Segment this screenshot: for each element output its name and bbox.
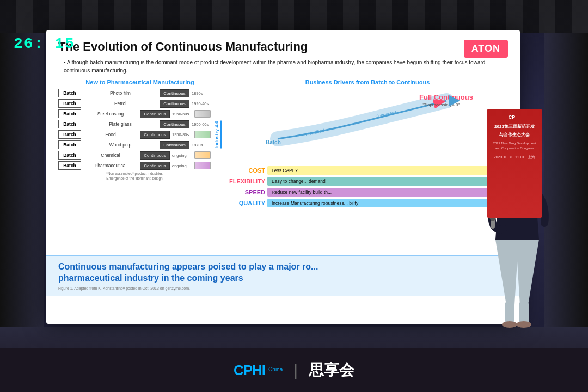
cphi-text: CPHI — [234, 362, 265, 379]
thumbnail-image — [194, 162, 211, 169]
continuous-label: Continuous — [160, 141, 189, 149]
product-name: Steel casting — [83, 111, 138, 117]
bottom-branding-bar: CPHI China | 思享会 — [0, 348, 588, 392]
product-name: Food — [83, 132, 138, 137]
industry-vertical-label: Industry 4.0 — [214, 121, 222, 149]
conference-date: 2023.10.31~11.01 | 上海 — [490, 154, 539, 160]
conf-year-text: 2023第三届新药开发 — [494, 124, 535, 129]
year-label: ongoing — [172, 153, 191, 158]
year-label: 1890s — [192, 91, 211, 96]
product-name: Photo film — [83, 90, 157, 96]
table-row: Batch Wood pulp Continuous 1970s — [58, 140, 211, 149]
batch-label: Batch — [58, 89, 81, 97]
cphi-logo: CPHI China — [234, 362, 283, 379]
slide-columns: New to Pharmaceutical Manufacturing Batc… — [58, 79, 508, 275]
conf-logo-text: CP__ — [509, 114, 521, 120]
batch-label: Batch — [58, 99, 81, 108]
slide-bullet: • Although batch manufacturing is the do… — [64, 58, 488, 75]
brand-divider: | — [293, 361, 298, 379]
left-section-title: New to Pharmaceutical Manufacturing — [58, 79, 222, 85]
table-row: Batch Petrol Continuous 1920-40s — [58, 99, 211, 108]
metric-label-speed: SPEED — [227, 189, 265, 195]
year-label: 1950-60s — [172, 112, 191, 117]
metric-bar-speed: Reduce new facility build th... — [267, 188, 508, 197]
table-footnote-1: *Non-assembled* product industries — [58, 171, 211, 175]
thumbnail-image — [194, 131, 211, 138]
svg-point-14 — [502, 321, 517, 328]
ceiling-decoration — [0, 0, 588, 33]
table-row: Batch Plate glass Continuous 1950-60s — [58, 120, 211, 128]
batch-label: Batch — [58, 151, 81, 160]
metric-label-cost: COST — [227, 167, 265, 174]
metric-bar-quality: Increase Manufacturing robustness... bil… — [267, 199, 508, 207]
bullet-content: Although batch manufacturing is the domi… — [64, 59, 485, 74]
bottom-banner-text: Continuous manufacturing appears poised … — [58, 261, 508, 284]
year-label: 1950-60s — [192, 122, 211, 127]
table-row: Batch Chemical Continuous ongoing — [58, 151, 211, 160]
continuous-label: Continuous — [140, 110, 170, 118]
continuous-label: Continuous — [140, 162, 170, 170]
table-row: Batch Pharmaceutical Continuous ongoing — [58, 161, 211, 170]
batch-table-container: Batch Photo film Continuous 1890s Batch … — [58, 89, 222, 180]
slide-caption: Figure 1. Adapted from K. Konstantinov p… — [58, 286, 508, 290]
batch-label: Batch — [58, 109, 81, 118]
presentation-slide: ATON The Evolution of Continuous Manufac… — [46, 30, 520, 324]
left-column: New to Pharmaceutical Manufacturing Batc… — [58, 79, 222, 275]
right-section-title: Business Drivers from Batch to Continuou… — [227, 79, 508, 85]
slide-title: The Evolution of Continuous Manufacturin… — [58, 40, 508, 54]
product-name: Plate glass — [83, 121, 157, 127]
conf-subtitle-text: 与合作生态大会 — [499, 132, 530, 137]
batch-label: Batch — [58, 130, 81, 139]
conference-banner: CP__ 2023第三届新药开发 与合作生态大会 2023 New Drug D… — [487, 109, 542, 218]
continuous-label: Continuous — [140, 151, 170, 160]
batch-label: Batch — [58, 120, 81, 128]
svg-text:Batch: Batch — [266, 139, 281, 145]
left-wall — [0, 33, 44, 327]
metric-row-speed: SPEED Reduce new facility build th... — [227, 188, 508, 197]
svg-rect-13 — [519, 302, 529, 324]
timer-display: 26: 15 — [14, 35, 75, 52]
metric-bar-cost: Less CAPEx... — [267, 166, 508, 175]
metric-row-flex: FLEXIBILITY Easy to change... demand — [227, 177, 508, 186]
sxh-logo: 思享会 — [309, 360, 354, 381]
cphi-china-text: China — [268, 366, 283, 372]
product-name: Petrol — [83, 101, 157, 106]
right-column: Business Drivers from Batch to Continuou… — [227, 79, 508, 275]
svg-point-15 — [516, 321, 531, 328]
product-name: Pharmaceutical — [83, 163, 138, 168]
continuous-label: Continuous — [160, 100, 189, 108]
metrics-table: COST Less CAPEx... FLEXIBILITY Easy to c… — [227, 166, 508, 210]
conference-title-cn: 2023第三届新药开发 与合作生态大会 — [490, 123, 539, 139]
arrow-diagram: Batch Intensified Connected Full Continu… — [227, 90, 508, 161]
svg-rect-12 — [505, 302, 514, 324]
metric-bar-flexibility: Easy to change... demand — [267, 177, 508, 186]
conference-year: CP__ — [490, 113, 539, 121]
table-row: Batch Steel casting Continuous 1950-60s — [58, 109, 211, 118]
year-label: 1970s — [192, 143, 211, 148]
product-name: Chemical — [83, 152, 138, 158]
table-row: Batch Food Continuous 1950-80s — [58, 130, 211, 139]
thumbnail-image — [194, 151, 211, 159]
batch-label: Batch — [58, 140, 81, 149]
batch-table: Batch Photo film Continuous 1890s Batch … — [58, 89, 211, 180]
conference-title-en: 2023 New Drug Development and Cooperatio… — [490, 141, 539, 151]
continuous-label: Continuous — [140, 131, 170, 139]
metric-label-flexibility: FLEXIBILITY — [227, 178, 265, 185]
table-row: Batch Photo film Continuous 1890s — [58, 89, 211, 97]
continuous-label: Continuous — [160, 89, 189, 97]
year-label: ongoing — [172, 163, 191, 168]
table-footnote-2: Emergence of the 'dominant' design — [58, 176, 211, 180]
thumbnail-image — [194, 110, 211, 118]
year-label: 1920-40s — [192, 101, 211, 106]
product-name: Wood pulp — [83, 142, 157, 148]
continuous-label: Continuous — [160, 120, 189, 128]
year-label: 1950-80s — [172, 132, 191, 137]
bottom-banner: Continuous manufacturing appears poised … — [46, 255, 520, 296]
metric-label-quality: QUALITY — [227, 200, 265, 206]
svg-text:Full Continuous: Full Continuous — [419, 93, 473, 101]
metric-row-cost: COST Less CAPEx... — [227, 166, 508, 175]
industry-label-container: Industry 4.0 — [214, 89, 222, 180]
bullet-icon: • — [64, 59, 66, 65]
metric-row-quality: QUALITY Increase Manufacturing robustnes… — [227, 199, 508, 207]
aton-logo: ATON — [464, 40, 508, 58]
